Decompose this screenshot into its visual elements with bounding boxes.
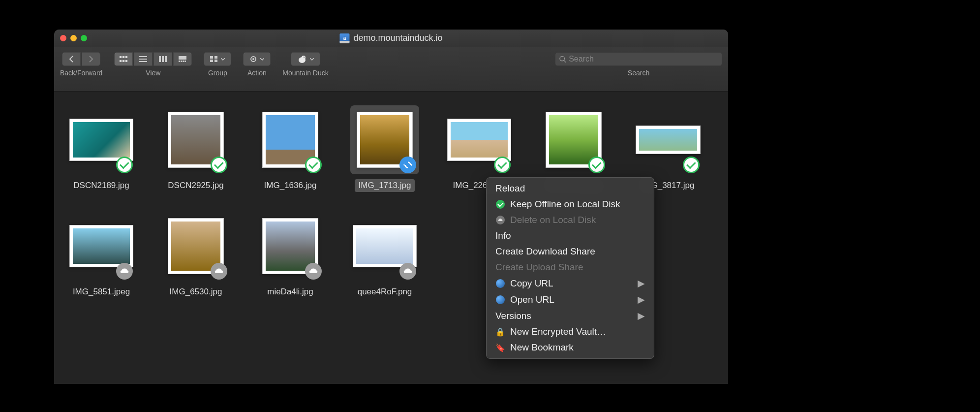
chevron-right-icon [89, 56, 93, 63]
svg-rect-3 [120, 60, 122, 62]
menu-item-label: Create Download Share [495, 246, 595, 257]
synced-badge-icon [116, 157, 133, 173]
menu-item-open-url[interactable]: Open URL▶ [487, 291, 654, 308]
file-name-label[interactable]: IMG_1713.jpg [355, 179, 415, 192]
svg-point-24 [302, 56, 306, 60]
view-columns-button[interactable] [153, 52, 172, 66]
file-thumbnail[interactable] [256, 105, 325, 174]
lock-icon: 🔒 [495, 327, 505, 337]
view-gallery-button[interactable] [173, 52, 192, 66]
file-name-label[interactable]: quee4RoF.png [354, 285, 416, 298]
chevron-down-icon [260, 58, 264, 61]
file-thumbnail[interactable] [445, 105, 514, 174]
cloud-badge-icon [116, 263, 133, 280]
list-view-icon [139, 56, 147, 62]
toolbar-action: Action [243, 52, 271, 77]
menu-item-keep-offline-on-local-disk[interactable]: Keep Offline on Local Disk [487, 196, 654, 212]
file-name-label[interactable]: IMG_1636.jpg [260, 179, 321, 192]
svg-rect-0 [120, 56, 122, 58]
svg-rect-4 [122, 60, 124, 62]
toolbar-back-forward: Back/Forward [60, 52, 102, 77]
icons-view-icon [120, 56, 127, 62]
cloud-badge-icon [211, 263, 227, 280]
menu-item-label: Open URL [510, 294, 554, 305]
file-thumbnail[interactable] [634, 105, 703, 174]
menu-item-copy-url[interactable]: Copy URL▶ [487, 275, 654, 291]
menu-item-create-download-share[interactable]: Create Download Share [487, 244, 654, 259]
menu-item-info[interactable]: Info [487, 228, 654, 244]
svg-rect-8 [139, 61, 147, 62]
mountain-duck-label: Mountain Duck [282, 69, 328, 77]
file-name-label[interactable]: mieDa4li.jpg [263, 285, 317, 298]
file-thumbnail[interactable] [350, 105, 419, 174]
menu-item-new-bookmark[interactable]: 🔖New Bookmark [487, 340, 654, 355]
forward-button[interactable] [82, 52, 100, 66]
svg-rect-17 [210, 56, 213, 59]
chevron-down-icon [310, 58, 314, 61]
minimize-button[interactable] [70, 35, 77, 41]
svg-rect-5 [125, 60, 127, 62]
toolbar-view: View [114, 52, 192, 77]
search-icon [559, 56, 566, 63]
back-forward-label: Back/Forward [60, 69, 102, 77]
menu-item-reload[interactable]: Reload [487, 181, 654, 196]
traffic-lights [60, 35, 87, 41]
window-title: a demo.mountainduck.io [339, 33, 442, 43]
search-box[interactable] [555, 52, 722, 66]
group-label: Group [208, 69, 227, 77]
svg-rect-13 [179, 61, 180, 62]
file-item[interactable]: IMG_1636.jpg [248, 105, 333, 192]
file-item[interactable]: DSCN2189.jpg [59, 105, 144, 192]
file-item[interactable]: IMG_1713.jpg [342, 105, 427, 192]
svg-rect-20 [214, 60, 217, 62]
file-item[interactable]: quee4RoF.png [342, 212, 427, 298]
file-thumbnail[interactable] [161, 105, 230, 174]
view-list-button[interactable] [134, 52, 153, 66]
window-title-text: demo.mountainduck.io [353, 33, 442, 43]
file-item[interactable]: IMG_6530.jpg [153, 212, 238, 298]
menu-item-label: Copy URL [510, 278, 553, 289]
toolbar-mountain-duck: Mountain Duck [282, 52, 328, 77]
svg-rect-2 [125, 56, 127, 58]
file-name-label[interactable]: DSCN2189.jpg [69, 179, 133, 192]
synced-badge-icon [588, 157, 605, 173]
check-circle-icon [495, 199, 505, 209]
menu-item-versions[interactable]: Versions▶ [487, 308, 654, 324]
svg-rect-11 [165, 56, 167, 62]
file-name-label[interactable]: IMG_6530.jpg [166, 285, 226, 298]
toolbar-group: Group [204, 52, 231, 77]
menu-item-label: New Bookmark [510, 342, 574, 353]
cloud-badge-icon [305, 263, 322, 280]
syncing-badge-icon [399, 157, 416, 173]
file-name-label[interactable]: IMG_5851.jpeg [69, 285, 134, 298]
chevron-down-icon [221, 58, 225, 61]
svg-marker-28 [411, 164, 413, 166]
file-thumbnail[interactable] [67, 212, 136, 281]
file-item[interactable]: mieDa4li.jpg [248, 212, 333, 298]
back-button[interactable] [62, 52, 81, 66]
menu-item-new-encrypted-vault[interactable]: 🔒New Encrypted Vault… [487, 324, 654, 340]
svg-rect-15 [183, 61, 184, 62]
menu-item-label: Keep Offline on Local Disk [510, 199, 620, 210]
file-thumbnail[interactable] [256, 212, 325, 281]
svg-rect-10 [162, 56, 164, 62]
svg-marker-29 [403, 164, 405, 166]
svg-point-26 [560, 56, 564, 61]
search-input[interactable] [569, 55, 718, 63]
file-name-label[interactable]: DSCN2925.jpg [164, 179, 227, 192]
file-thumbnail[interactable] [67, 105, 136, 174]
action-button[interactable] [243, 52, 271, 66]
mountain-duck-button[interactable] [291, 52, 320, 66]
synced-badge-icon [494, 157, 511, 173]
search-label: Search [628, 69, 649, 77]
file-item[interactable]: IMG_5851.jpeg [59, 212, 144, 298]
group-button[interactable] [204, 52, 231, 66]
file-thumbnail[interactable] [350, 212, 419, 281]
view-icons-button[interactable] [114, 52, 133, 66]
file-thumbnail[interactable] [161, 212, 230, 281]
file-thumbnail[interactable] [539, 105, 608, 174]
file-item[interactable]: DSCN2925.jpg [153, 105, 238, 192]
maximize-button[interactable] [81, 35, 87, 41]
close-button[interactable] [60, 35, 66, 41]
toolbar: Back/Forward View [54, 47, 728, 92]
